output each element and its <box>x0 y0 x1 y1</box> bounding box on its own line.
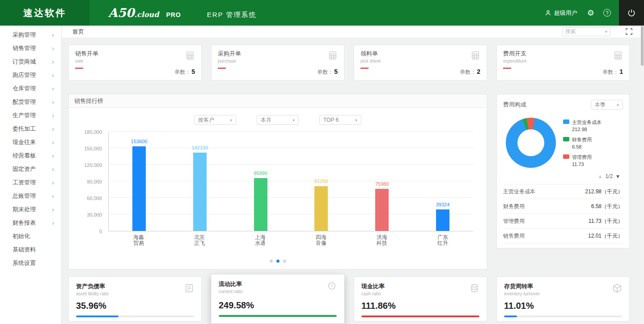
stat-count: 单数：2 <box>460 68 480 76</box>
y-tick-label: 30,000 <box>87 212 102 217</box>
header-actions: 超级用户 ⚙ ? <box>545 0 644 26</box>
sidebar-item-label: 生产管理 <box>13 111 36 119</box>
pager-down-icon[interactable]: ▼ <box>615 174 620 179</box>
bar-slot: 81250 <box>291 132 352 231</box>
sidebar-item-6[interactable]: 生产管理› <box>0 109 61 122</box>
sidebar-item-label: 工资管理 <box>13 179 36 187</box>
expense-row-label: 财务费用 <box>503 203 525 210</box>
stat-card-sale[interactable]: 销售开单 sale 单数：5 <box>68 45 202 81</box>
chart-filters: 按客户▾ 本月▾ TOP 6▾ <box>69 115 487 125</box>
scrollbar-thumb[interactable] <box>641 26 644 66</box>
metric-card-inventory-turnover[interactable]: 存货周转率 inventory turnover 11.01% <box>496 277 630 321</box>
stat-card-purchase[interactable]: 采购开单 purchase 单数：5 <box>211 45 344 81</box>
donut-wrap: 主营业务成本212.98财务费用6.58管理费用11.73 <box>503 118 623 168</box>
y-tick-label: 180,000 <box>84 129 102 135</box>
pager-up-icon[interactable]: ▲ <box>598 174 603 179</box>
sidebar-item-10[interactable]: 固定资产› <box>0 162 61 176</box>
pager-label: 1/2 <box>605 173 613 179</box>
gear-icon[interactable]: ⚙ <box>587 9 594 17</box>
expense-row-value: 11.73（千元） <box>589 217 623 225</box>
chevron-down-icon: ▾ <box>617 102 619 107</box>
expense-row-2: 管理费用11.73（千元） <box>503 214 623 229</box>
bar-1[interactable] <box>193 153 207 231</box>
sidebar-item-9[interactable]: 经营看板› <box>0 149 61 162</box>
sidebar-item-13[interactable]: 期末处理› <box>0 203 61 216</box>
stat-count-value: 5 <box>191 68 195 75</box>
bar-0[interactable] <box>132 146 146 231</box>
legend-item-1: 财务费用6.58 <box>563 136 602 149</box>
sidebar-item-5[interactable]: 配货管理› <box>0 95 61 109</box>
bar-2[interactable] <box>254 178 267 231</box>
fullscreen-icon[interactable] <box>626 28 632 35</box>
sidebar-item-0[interactable]: 采购管理› <box>0 28 61 42</box>
stat-card-title: 销售开单 <box>75 50 195 58</box>
metric-card-asset-liability-ratio[interactable]: 资产负债率 asset libility ratio 35.96% <box>68 277 202 321</box>
progress-bar <box>504 315 622 317</box>
sidebar-item-11[interactable]: 工资管理› <box>0 176 61 189</box>
sidebar-item-1[interactable]: 销售管理› <box>0 42 61 55</box>
carousel-dot-0[interactable] <box>270 260 273 263</box>
search-select[interactable]: 搜索 ▾ <box>562 27 610 36</box>
chevron-right-icon: › <box>52 72 54 79</box>
expense-rows: 主营业务成本212.98（千元）财务费用6.58（千元）管理费用11.73（千元… <box>503 184 623 243</box>
sidebar-item-8[interactable]: 现金往来› <box>0 136 61 149</box>
chevron-right-icon: › <box>52 152 54 159</box>
sidebar-item-16[interactable]: 基础资料 <box>0 243 61 256</box>
top-header: 速达软件 A50.cloud PRO ERP 管理系统 超级用户 ⚙ ? <box>0 0 644 26</box>
help-icon[interactable]: ? <box>603 9 611 17</box>
legend-label: 财务费用 <box>572 136 592 143</box>
legend-swatch <box>563 154 569 159</box>
metric-value: 11.01% <box>504 301 622 311</box>
sidebar-item-7[interactable]: 委托加工› <box>0 122 61 136</box>
sidebar-item-2[interactable]: 订货商城› <box>0 55 61 68</box>
sales-ranking-panel: 销售排行榜 按客户▾ 本月▾ TOP 6▾ 030,00060,00090,00… <box>68 94 487 269</box>
dashboard-content: 销售开单 sale 单数：5 采购开单 purchase 单数：5 领料单 pi… <box>62 38 640 324</box>
chevron-right-icon: › <box>52 58 54 65</box>
y-tick-label: 90,000 <box>87 179 102 184</box>
logout-button[interactable] <box>619 0 644 26</box>
bar-5[interactable] <box>436 209 449 231</box>
sidebar-item-12[interactable]: 总账管理› <box>0 189 61 203</box>
carousel-dot-1[interactable] <box>276 260 280 263</box>
group-by-select[interactable]: 按客户▾ <box>194 115 236 125</box>
stat-card-pick-sheet[interactable]: 领料单 pick sheet 单数：2 <box>354 45 487 81</box>
chevron-right-icon: › <box>52 112 54 119</box>
expense-row-value: 12.01（千元） <box>588 232 623 240</box>
page-scrollbar[interactable] <box>640 26 644 324</box>
sidebar-item-3[interactable]: 跑店管理› <box>0 68 61 82</box>
expense-period-select[interactable]: 本季▾ <box>591 100 623 110</box>
sidebar-item-15[interactable]: 初始化 <box>0 230 61 243</box>
bar-3[interactable] <box>314 186 328 231</box>
expense-row-value: 212.98（千元） <box>585 188 623 196</box>
sidebar-item-4[interactable]: 仓库管理› <box>0 82 61 95</box>
sidebar-item-label: 期末处理 <box>13 205 36 213</box>
sales-bar-chart: 030,00060,00090,000120,000150,000180,000… <box>78 132 473 245</box>
progress-bar <box>361 315 479 317</box>
bar-slot: 39324 <box>412 132 473 231</box>
period-select[interactable]: 本月▾ <box>257 115 299 125</box>
sidebar-item-17[interactable]: 系统设置 <box>0 256 61 270</box>
carousel-dot-2[interactable] <box>283 260 286 263</box>
top-n-select[interactable]: TOP 6▾ <box>319 115 361 125</box>
user-menu[interactable]: 超级用户 <box>545 9 577 17</box>
x-axis-label: 北京 正飞 <box>169 232 230 245</box>
expense-row-label: 管理费用 <box>503 217 525 225</box>
sidebar: 采购管理›销售管理›订货商城›跑店管理›仓库管理›配货管理›生产管理›委托加工›… <box>0 26 62 324</box>
metric-card-cash-ratio[interactable]: 现金比率 cash ratio 111.86% <box>354 277 487 321</box>
expense-donut <box>506 118 556 168</box>
sidebar-item-label: 订货商城 <box>13 58 36 66</box>
stat-card-title: 采购开单 <box>218 50 338 58</box>
legend-pager: ▲ 1/2 ▼ <box>503 173 623 184</box>
power-icon <box>627 9 636 17</box>
stat-card-expenditure[interactable]: 费用开支 expenditure 单数：1 <box>496 45 630 81</box>
app-logo[interactable]: 速达软件 <box>0 0 89 26</box>
breadcrumb-home[interactable]: 首页 <box>72 28 84 36</box>
chevron-right-icon: › <box>52 85 54 92</box>
chevron-right-icon: › <box>52 139 54 146</box>
bar-4[interactable] <box>375 189 389 231</box>
sidebar-item-14[interactable]: 财务报表› <box>0 216 61 230</box>
metric-subtitle: cash ratio <box>361 291 479 296</box>
chevron-down-icon: ▾ <box>605 29 607 34</box>
progress-fill <box>361 315 479 317</box>
metric-card-current-ratio[interactable]: 流动比率 current ratio 249.58% <box>211 274 344 324</box>
